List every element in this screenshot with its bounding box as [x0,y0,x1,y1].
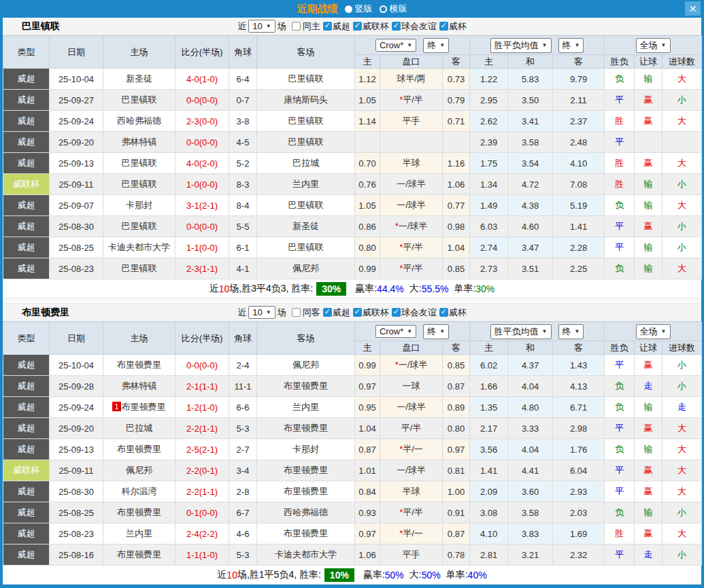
handicap-line-cell: 一/球半 [380,460,443,481]
score-cell: 2-2(0-1) [175,460,229,481]
chevron-down-icon: ▼ [439,42,445,48]
handicap-line-cell: 平手 [380,111,443,132]
league-checkbox-wsl[interactable] [323,22,332,31]
final-odds-select[interactable]: 终▼ [423,38,449,53]
match-count-select[interactable]: 10▼ [248,306,275,319]
col-header-type: 类型 [3,36,50,69]
col-header-mean-draw: 和 [508,55,553,69]
match-count-select[interactable]: 10▼ [248,20,275,33]
same-home-checkbox[interactable] [292,22,301,31]
mean-home-odds: 1.41 [470,460,508,481]
select-value: 10 [252,307,262,317]
date-cell: 25-08-16 [50,544,103,566]
close-button[interactable]: ✕ [685,1,701,16]
col-header-mean-home: 主 [470,55,508,69]
corner-cell: 5-3 [229,544,257,566]
date-cell: 25-08-25 [50,237,103,258]
section1-summary-bar: 近10场,胜3平4负3, 胜率: 30% 赢率:44.4% 大:55.5% 单率… [3,279,701,298]
final-odds-select[interactable]: 终▼ [558,324,584,339]
handicap-result-cell: 输 [635,397,663,418]
match-row: 威超25-08-25卡迪夫都市大学1-1(0-0)6-1巴里镇联0.80*平/半… [3,237,702,258]
section1-filter-controls: 近 10▼ 场 同主 威超 威联杯 球会友谊 威杯 [237,20,466,33]
final-odds-select[interactable]: 终▼ [558,38,584,53]
result-cell: 胜 [605,523,635,544]
mean-home-odds: 1.49 [470,195,508,216]
games-label: 场 [278,20,286,33]
bookmaker-select[interactable]: Crow*▼ [375,39,416,52]
mean-away-odds: 2.93 [553,481,605,502]
handicap-line-cell: 半球 [380,481,443,502]
league-checkbox-wsl[interactable] [323,308,332,317]
score-cell: 3-1(2-1) [175,195,229,216]
mean-away-odds: 1.43 [553,355,605,376]
full-match-select[interactable]: 全场▼ [636,324,671,339]
win-rate-badge: 30% [316,282,346,296]
away-team-cell: 巴里镇联 [257,69,355,90]
corner-cell: 6-6 [229,397,257,418]
date-cell: 25-09-24 [50,111,103,132]
league-checkbox-wcup[interactable] [439,308,448,317]
chevron-down-icon: ▼ [266,309,271,315]
handicap-away-odds: 0.85 [443,355,470,376]
col-header-odds-away: 客 [443,55,470,69]
mean-draw-odds: 4.41 [508,460,553,481]
corner-cell: 5-5 [229,216,257,237]
league-checkbox-wlc[interactable] [353,22,362,31]
league-checkbox-friendly[interactable] [392,22,401,31]
panel-bottom-border [0,585,704,588]
handicap-result-cell: 输 [635,195,663,216]
col-header-away: 客场 [257,322,355,355]
handicap-away-odds: 0.85 [443,258,470,279]
corner-cell: 5-3 [229,418,257,439]
match-row: 威超25-10-04新圣徒4-0(1-0)6-4巴里镇联1.12球半/两0.73… [3,69,702,90]
mean-home-odds: 2.73 [470,258,508,279]
layout-option-vertical[interactable]: 竖版 [345,3,373,15]
recent-results-panel: 近期战绩 竖版 横版 ✕ 巴里镇联 近 10▼ 场 同主 威超 [0,0,704,588]
away-team-cell: 布里顿费里 [257,460,355,481]
league-checkbox-wlc[interactable] [353,308,362,317]
score-cell: 0-1(0-0) [175,502,229,523]
handicap-result-cell: 输 [635,258,663,279]
score-cell: 2-1(1-1) [175,376,229,397]
goals-result-cell: 大 [663,439,702,460]
result-cell: 平 [605,355,635,376]
same-away-checkbox[interactable] [292,308,301,317]
away-team-cell: 布里顿费里 [257,523,355,544]
select-value: 终 [563,39,571,52]
red-card-badge: 1 [112,402,120,411]
full-match-select[interactable]: 全场▼ [636,38,671,53]
away-team-cell: 新圣徒 [257,216,355,237]
date-cell: 25-09-11 [50,460,103,481]
col-header-result: 胜负 [605,55,635,69]
single-rate-label: 单率: [446,569,468,581]
away-team-cell: 布里顿费里 [257,481,355,502]
score-cell: 4-0(1-0) [175,69,229,90]
bookmaker-select[interactable]: Crow*▼ [375,325,416,338]
mean-odds-select[interactable]: 胜平负均值▼ [490,38,552,53]
handicap-home-odds: 1.05 [355,195,380,216]
league-checkbox-friendly[interactable] [392,308,401,317]
score-cell: 1-1(0-0) [175,237,229,258]
handicap-result-cell: 输 [635,237,663,258]
mean-away-odds: 2.32 [553,544,605,566]
handicap-home-odds: 0.97 [355,523,380,544]
corner-cell: 8-4 [229,195,257,216]
league-type-cell: 威超 [3,523,50,544]
goals-result-cell: 大 [663,460,702,481]
mean-draw-odds: 4.04 [508,439,553,460]
handicap-away-odds: 0.98 [443,216,470,237]
league-type-cell: 威超 [3,132,50,153]
match-row: 威超25-09-13巴里镇联4-0(2-0)5-2巴拉城0.70半球1.161.… [3,153,702,174]
layout-option-horizontal[interactable]: 横版 [380,3,407,15]
final-odds-select[interactable]: 终▼ [423,324,449,339]
handicap-home-odds: 0.70 [355,153,380,174]
away-team-cell: 卡迪夫都市大学 [257,544,355,566]
col-header-home: 主场 [103,36,175,69]
mean-odds-select[interactable]: 胜平负均值▼ [490,324,552,339]
goals-result-cell [663,132,702,153]
handicap-line-cell: *平/半 [380,502,443,523]
chevron-down-icon: ▼ [661,328,667,334]
league-checkbox-wcup[interactable] [439,22,448,31]
goals-result-cell: 小 [663,90,702,111]
result-cell: 平 [605,132,635,153]
